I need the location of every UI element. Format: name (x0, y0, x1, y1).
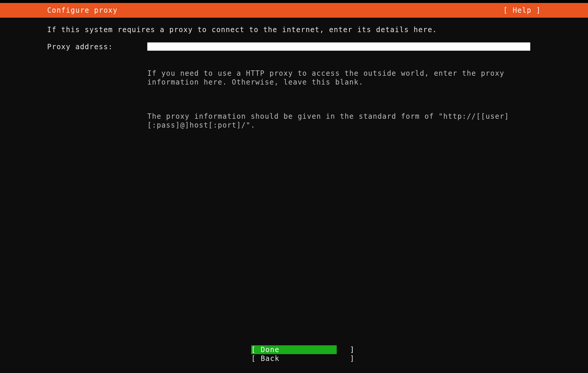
back-button[interactable]: [ Back ] (251, 354, 337, 363)
page-title: Configure proxy (0, 6, 118, 15)
intro-text: If this system requires a proxy to conne… (47, 25, 541, 34)
proxy-help-para1: If you need to use a HTTP proxy to acces… (147, 69, 530, 87)
installer-screen: Configure proxy [ Help ] If this system … (0, 0, 588, 373)
proxy-help-para2: The proxy information should be given in… (147, 112, 530, 130)
proxy-label: Proxy address: (47, 42, 147, 51)
help-button[interactable]: [ Help ] (503, 6, 588, 15)
content-area: If this system requires a proxy to conne… (0, 18, 588, 155)
footer-buttons: [ Done ] [ Back ] (0, 345, 588, 363)
header-bar: Configure proxy [ Help ] (0, 3, 588, 18)
top-black-bar (0, 0, 588, 3)
proxy-address-input[interactable] (147, 42, 530, 51)
done-button[interactable]: [ Done ] (251, 345, 337, 354)
proxy-field-column: If you need to use a HTTP proxy to acces… (147, 42, 541, 155)
proxy-help-text: If you need to use a HTTP proxy to acces… (147, 51, 530, 155)
proxy-form-row: Proxy address: If you need to use a HTTP… (47, 42, 541, 155)
